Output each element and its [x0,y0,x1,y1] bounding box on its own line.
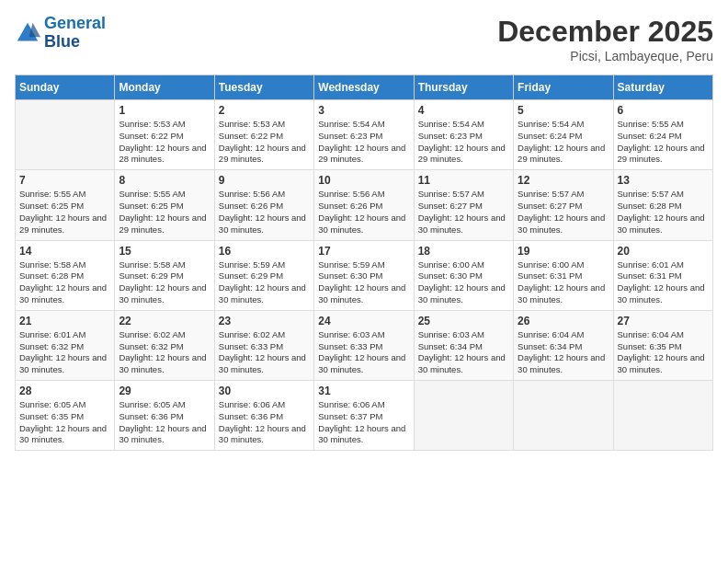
day-number: 10 [318,174,409,187]
day-info: Sunrise: 5:55 AMSunset: 6:25 PMDaylight:… [19,189,110,236]
weekday-header-monday: Monday [115,75,214,100]
day-info: Sunrise: 6:00 AMSunset: 6:30 PMDaylight:… [418,259,509,306]
day-info: Sunrise: 6:04 AMSunset: 6:34 PMDaylight:… [518,329,609,376]
calendar-week-row: 1Sunrise: 5:53 AMSunset: 6:22 PMDaylight… [16,100,713,170]
calendar-table: SundayMondayTuesdayWednesdayThursdayFrid… [15,75,713,451]
day-number: 2 [219,104,310,117]
day-info: Sunrise: 6:06 AMSunset: 6:36 PMDaylight:… [219,399,310,446]
calendar-cell: 31Sunrise: 6:06 AMSunset: 6:37 PMDayligh… [314,381,414,451]
calendar-cell: 7Sunrise: 5:55 AMSunset: 6:25 PMDaylight… [16,170,115,240]
calendar-cell: 24Sunrise: 6:03 AMSunset: 6:33 PMDayligh… [314,310,414,380]
calendar-week-row: 14Sunrise: 5:58 AMSunset: 6:28 PMDayligh… [16,240,713,310]
day-info: Sunrise: 5:57 AMSunset: 6:27 PMDaylight:… [418,189,509,236]
calendar-cell: 16Sunrise: 5:59 AMSunset: 6:29 PMDayligh… [214,240,313,310]
day-info: Sunrise: 5:56 AMSunset: 6:26 PMDaylight:… [318,189,409,236]
calendar-cell: 19Sunrise: 6:00 AMSunset: 6:31 PMDayligh… [514,240,613,310]
day-info: Sunrise: 5:54 AMSunset: 6:24 PMDaylight:… [518,119,609,166]
day-number: 6 [618,104,709,117]
day-number: 30 [219,385,310,397]
calendar-cell: 11Sunrise: 5:57 AMSunset: 6:27 PMDayligh… [414,170,513,240]
day-number: 15 [119,245,210,258]
calendar-cell: 6Sunrise: 5:55 AMSunset: 6:24 PMDaylight… [613,100,712,170]
weekday-header-saturday: Saturday [613,75,712,100]
day-info: Sunrise: 6:01 AMSunset: 6:31 PMDaylight:… [618,259,709,306]
calendar-cell: 17Sunrise: 5:59 AMSunset: 6:30 PMDayligh… [314,240,414,310]
day-number: 8 [119,174,210,187]
calendar-cell: 21Sunrise: 6:01 AMSunset: 6:32 PMDayligh… [16,310,115,380]
day-number: 31 [318,385,409,397]
day-number: 21 [19,315,110,327]
calendar-cell: 13Sunrise: 5:57 AMSunset: 6:28 PMDayligh… [613,170,712,240]
page-header: GeneralBlue December 2025 Picsi, Lambaye… [15,15,713,63]
day-number: 13 [618,174,709,187]
day-info: Sunrise: 5:55 AMSunset: 6:24 PMDaylight:… [618,119,709,166]
calendar-cell: 5Sunrise: 5:54 AMSunset: 6:24 PMDaylight… [514,100,613,170]
calendar-cell: 27Sunrise: 6:04 AMSunset: 6:35 PMDayligh… [613,310,712,380]
calendar-cell: 14Sunrise: 5:58 AMSunset: 6:28 PMDayligh… [16,240,115,310]
day-info: Sunrise: 6:03 AMSunset: 6:33 PMDaylight:… [318,329,409,376]
calendar-cell: 10Sunrise: 5:56 AMSunset: 6:26 PMDayligh… [314,170,414,240]
day-number: 7 [19,174,110,187]
day-info: Sunrise: 5:58 AMSunset: 6:29 PMDaylight:… [119,259,210,306]
day-number: 5 [518,104,609,117]
weekday-header-row: SundayMondayTuesdayWednesdayThursdayFrid… [16,75,713,100]
calendar-cell [414,381,513,451]
calendar-week-row: 21Sunrise: 6:01 AMSunset: 6:32 PMDayligh… [16,310,713,380]
calendar-cell: 15Sunrise: 5:58 AMSunset: 6:29 PMDayligh… [115,240,214,310]
calendar-cell: 29Sunrise: 6:05 AMSunset: 6:36 PMDayligh… [115,381,214,451]
calendar-cell: 30Sunrise: 6:06 AMSunset: 6:36 PMDayligh… [214,381,313,451]
day-info: Sunrise: 5:54 AMSunset: 6:23 PMDaylight:… [318,119,409,166]
calendar-cell: 26Sunrise: 6:04 AMSunset: 6:34 PMDayligh… [514,310,613,380]
calendar-cell: 9Sunrise: 5:56 AMSunset: 6:26 PMDaylight… [214,170,313,240]
calendar-cell: 4Sunrise: 5:54 AMSunset: 6:23 PMDaylight… [414,100,513,170]
day-number: 27 [618,315,709,327]
day-info: Sunrise: 5:59 AMSunset: 6:30 PMDaylight:… [318,259,409,306]
logo-text: GeneralBlue [44,15,106,52]
calendar-cell: 3Sunrise: 5:54 AMSunset: 6:23 PMDaylight… [314,100,414,170]
calendar-cell: 18Sunrise: 6:00 AMSunset: 6:30 PMDayligh… [414,240,513,310]
page-subtitle: Picsi, Lambayeque, Peru [497,49,713,63]
calendar-cell: 28Sunrise: 6:05 AMSunset: 6:35 PMDayligh… [16,381,115,451]
day-number: 1 [119,104,210,117]
calendar-cell [613,381,712,451]
day-info: Sunrise: 6:06 AMSunset: 6:37 PMDaylight:… [318,399,409,446]
weekday-header-friday: Friday [514,75,613,100]
day-number: 26 [518,315,609,327]
day-number: 19 [518,245,609,258]
day-info: Sunrise: 6:03 AMSunset: 6:34 PMDaylight:… [418,329,509,376]
day-number: 3 [318,104,409,117]
calendar-cell: 2Sunrise: 5:53 AMSunset: 6:22 PMDaylight… [214,100,313,170]
calendar-cell [16,100,115,170]
day-number: 18 [418,245,509,258]
calendar-week-row: 7Sunrise: 5:55 AMSunset: 6:25 PMDaylight… [16,170,713,240]
day-number: 25 [418,315,509,327]
day-number: 11 [418,174,509,187]
day-number: 20 [618,245,709,258]
day-info: Sunrise: 5:57 AMSunset: 6:27 PMDaylight:… [518,189,609,236]
calendar-cell: 20Sunrise: 6:01 AMSunset: 6:31 PMDayligh… [613,240,712,310]
day-number: 24 [318,315,409,327]
day-number: 29 [119,385,210,397]
day-info: Sunrise: 6:05 AMSunset: 6:35 PMDaylight:… [19,399,110,446]
day-number: 9 [219,174,310,187]
day-info: Sunrise: 6:00 AMSunset: 6:31 PMDaylight:… [518,259,609,306]
day-number: 12 [518,174,609,187]
day-info: Sunrise: 6:02 AMSunset: 6:32 PMDaylight:… [119,329,210,376]
day-info: Sunrise: 5:58 AMSunset: 6:28 PMDaylight:… [19,259,110,306]
calendar-cell [514,381,613,451]
logo: GeneralBlue [15,15,106,52]
day-info: Sunrise: 5:59 AMSunset: 6:29 PMDaylight:… [219,259,310,306]
calendar-cell: 8Sunrise: 5:55 AMSunset: 6:25 PMDaylight… [115,170,214,240]
day-info: Sunrise: 5:53 AMSunset: 6:22 PMDaylight:… [119,119,210,166]
weekday-header-sunday: Sunday [16,75,115,100]
day-info: Sunrise: 5:55 AMSunset: 6:25 PMDaylight:… [119,189,210,236]
day-info: Sunrise: 5:53 AMSunset: 6:22 PMDaylight:… [219,119,310,166]
calendar-cell: 12Sunrise: 5:57 AMSunset: 6:27 PMDayligh… [514,170,613,240]
day-info: Sunrise: 6:05 AMSunset: 6:36 PMDaylight:… [119,399,210,446]
calendar-cell: 23Sunrise: 6:02 AMSunset: 6:33 PMDayligh… [214,310,313,380]
day-info: Sunrise: 6:04 AMSunset: 6:35 PMDaylight:… [618,329,709,376]
page-title: December 2025 [497,15,713,49]
day-info: Sunrise: 6:02 AMSunset: 6:33 PMDaylight:… [219,329,310,376]
day-number: 22 [119,315,210,327]
calendar-cell: 1Sunrise: 5:53 AMSunset: 6:22 PMDaylight… [115,100,214,170]
